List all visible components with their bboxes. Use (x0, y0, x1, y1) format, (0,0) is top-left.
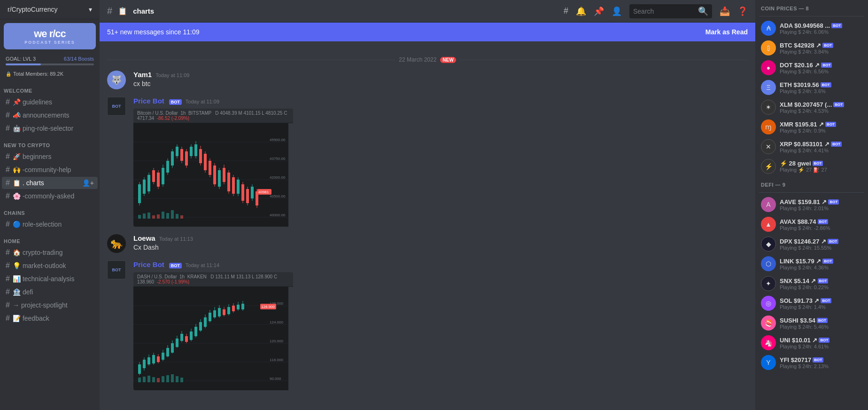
message-content: Price Bot BOT Today at 11:14 DASH / U.S.… (133, 260, 748, 390)
server-header[interactable]: r/CryptoCurrency ▾ (0, 0, 100, 19)
channel-role-selection[interactable]: # 🔵 role-selection (2, 218, 98, 230)
channel-defi[interactable]: # 🏦 defi (2, 286, 98, 298)
channel-commonly-asked[interactable]: # 🌸 -commonly-asked (2, 190, 98, 202)
coin-aave[interactable]: A AAVE $159.81 ↗ BOT Playing $ 24h: 2.01… (759, 195, 864, 214)
hash-icon: # (6, 111, 10, 119)
message-header: Yam1 Today at 11:09 (133, 71, 748, 79)
channel-beginners[interactable]: # 🚀 beginners (2, 150, 98, 163)
help-icon[interactable]: ❓ (737, 6, 748, 16)
message-header: Loewa Today at 11:13 (133, 234, 748, 242)
coin-snx[interactable]: ✦ SNX $5.14 ↗ BOT Playing $ 24h: 0.22% (759, 274, 864, 293)
svg-text:45500.00: 45500.00 (270, 138, 286, 142)
channel-feedback[interactable]: # 📝 feedback (2, 312, 98, 324)
coin-avatar-dpx: ◆ (761, 237, 776, 252)
coin-link[interactable]: ⬡ LINK $15.79 ↗ BOT Playing $ 24h: 4.36% (759, 254, 864, 274)
divider (759, 192, 864, 193)
coin-avax[interactable]: ▲ AVAX $88.74 BOT Playing $ 24h: -2.86% (759, 214, 864, 234)
message-group: BOT Price Bot BOT Today at 11:14 DASH / … (107, 260, 748, 390)
svg-rect-135 (152, 377, 155, 382)
mark-as-read-button[interactable]: Mark as Read (705, 28, 748, 36)
coin-info-xmr: XMR $195.81 ↗ BOT Playing $ 24h: 0.9% (780, 121, 862, 134)
message-text: Cx Dash (133, 243, 748, 252)
coin-gwei[interactable]: ⚡ ⚡ 28 gwei BOT Playing ⚡ 27 ⛽ 27 (759, 157, 864, 176)
channel-emoji: 📝 (13, 315, 21, 322)
svg-rect-138 (166, 375, 169, 382)
coin-dot[interactable]: ● DOT $20.16 ↗ BOT Playing $ 24h: 6.56% (759, 58, 864, 78)
coin-info-eth: ETH $3019.56 BOT Playing $ 24h: 3.6% (780, 81, 862, 94)
svg-text:40000.00: 40000.00 (270, 213, 286, 217)
channel-emoji: 🙌 (13, 166, 21, 173)
hash-icon: # (6, 275, 10, 283)
channel-project-spotlight[interactable]: # → project-spotlight (2, 299, 98, 311)
coin-yfi[interactable]: Y YFI $20717 BOT Playing $ 24h: 2.13% (759, 353, 864, 372)
coin-dpx[interactable]: ◆ DPX $1246.27 ↗ BOT Playing $ 24h: 15.5… (759, 234, 864, 254)
channel-market-outlook[interactable]: # 💡 market-outlook (2, 260, 98, 272)
channel-name-label: market-outlook (23, 262, 66, 269)
message-author: Yam1 (133, 71, 152, 79)
coin-prices-title: COIN PRICES — 8 (759, 0, 864, 14)
channel-emoji: → (13, 301, 19, 309)
channel-emoji: 📋 (13, 179, 21, 187)
coin-avatar-aave: A (761, 197, 776, 212)
coin-xmr[interactable]: ɱ XMR $195.81 ↗ BOT Playing $ 24h: 0.9% (759, 117, 864, 137)
channel-technical-analysis[interactable]: # 📊 technical-analysis (2, 273, 98, 285)
coin-sol[interactable]: ◎ SOL $91.73 ↗ BOT Playing $ 24h: 1.4% (759, 293, 864, 313)
channel-emoji: 💡 (13, 262, 21, 269)
avatar: 🐺 (107, 71, 126, 89)
channel-guidelines[interactable]: # 📌 guidelines (2, 96, 98, 108)
svg-rect-139 (171, 374, 174, 382)
date-divider: 22 March 2022 NEW (107, 56, 748, 63)
svg-rect-65 (152, 215, 155, 219)
svg-rect-69 (171, 210, 174, 219)
channel-announcements[interactable]: # 📣 announcements (2, 109, 98, 121)
coin-info-snx: SNX $5.14 ↗ BOT Playing $ 24h: 0.22% (780, 277, 862, 290)
bot-badge: BOT (169, 99, 182, 105)
pin-icon[interactable]: 📌 (594, 6, 604, 16)
hash-topbar-icon[interactable]: # (564, 6, 568, 16)
channel-name-label: crypto-trading (23, 249, 63, 256)
coin-xlm[interactable]: ✶ XLM $0.207457 (... BOT Playing $ 24h: … (759, 97, 864, 117)
add-user-icon[interactable]: 👤+ (82, 179, 94, 187)
coin-eth[interactable]: Ξ ETH $3019.56 BOT Playing $ 24h: 3.6% (759, 78, 864, 97)
svg-rect-68 (166, 213, 169, 219)
chat-area: 22 March 2022 NEW 🐺 Yam1 Today at 11:09 … (100, 41, 755, 410)
channel-name-label: feedback (23, 315, 49, 322)
coin-btc[interactable]: ₿ BTC $42928 ↗ BOT Playing $ 24h: 3.84% (759, 38, 864, 58)
channel-ping-role[interactable]: # 🤖 ping-role-selector (2, 122, 98, 134)
message-text: cx btc (133, 79, 748, 89)
lock-icon: 🔒 (6, 71, 11, 77)
coin-info-yfi: YFI $20717 BOT Playing $ 24h: 2.13% (780, 356, 862, 369)
coin-avatar-eth: Ξ (761, 80, 776, 95)
hash-icon: # (6, 314, 10, 323)
coin-avatar-gwei: ⚡ (761, 159, 776, 174)
members-icon[interactable]: 👤 (612, 6, 622, 16)
bell-icon[interactable]: 🔔 (576, 6, 586, 16)
sidebar: r/CryptoCurrency ▾ we r/cc PODCAST SERIE… (0, 0, 100, 410)
coin-sushi[interactable]: 🍣 SUSHI $3.54 BOT Playing $ 24h: 5.46% (759, 313, 864, 333)
svg-rect-64 (147, 213, 150, 219)
search-bar[interactable]: 🔍 (629, 4, 712, 18)
svg-rect-62 (138, 215, 141, 219)
channel-name-label: guidelines (23, 98, 52, 106)
channel-crypto-trading[interactable]: # 🏠 crypto-trading (2, 246, 98, 259)
search-input[interactable] (633, 8, 695, 15)
svg-rect-136 (157, 378, 160, 382)
svg-rect-141 (180, 378, 183, 382)
channel-community-help[interactable]: # 🙌 -community-help (2, 164, 98, 176)
channel-name-label: technical-analysis (23, 275, 75, 283)
message-content: Yam1 Today at 11:09 cx btc (133, 71, 748, 89)
coin-ada[interactable]: ₳ ADA $0.949568 ... BOT Playing $ 24h: 6… (759, 18, 864, 38)
coin-xrp[interactable]: ✕ XRP $0.853101 ↗ BOT Playing $ 24h: 4.4… (759, 137, 864, 157)
main-chat: # 📋 charts # 🔔 📌 👤 🔍 📥 ❓ 51+ new message… (100, 0, 755, 410)
coin-uni[interactable]: 🦄 UNI $10.01 ↗ BOT Playing $ 24h: 4.61% (759, 333, 864, 353)
members-count: 🔒 Total Members: 89.2K (0, 69, 100, 80)
section-chains: CHAINS (0, 203, 100, 218)
coin-avatar-link: ⬡ (761, 256, 776, 271)
inbox-icon[interactable]: 📥 (720, 6, 730, 16)
hash-icon: # (6, 261, 10, 270)
hash-icon: # (6, 166, 10, 174)
message-content: Loewa Today at 11:13 Cx Dash (133, 234, 748, 253)
section-welcome: WELCOME (0, 80, 100, 95)
coin-avatar-avax: ▲ (761, 217, 776, 232)
channel-charts[interactable]: # 📋 . charts 👤+ (2, 177, 98, 189)
